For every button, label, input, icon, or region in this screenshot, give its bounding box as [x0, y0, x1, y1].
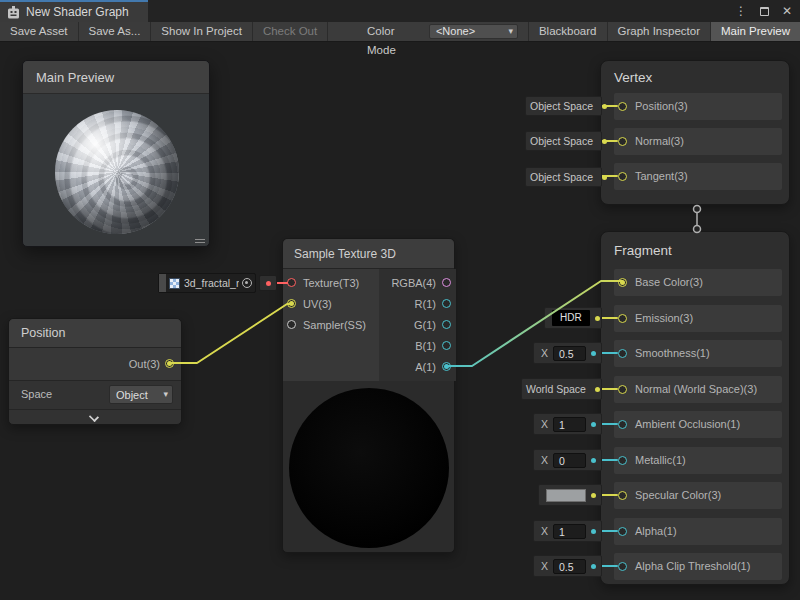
a-output-port[interactable] [442, 362, 451, 371]
texture-asset-field[interactable]: 3d_fractal_n [158, 273, 256, 293]
value-input[interactable]: 1 [553, 417, 586, 432]
chevron-down-icon: ▾ [163, 390, 172, 399]
fragment-node[interactable]: Fragment Base Color(3) Emission(3) Smoot… [600, 231, 790, 585]
collapse-bar[interactable] [9, 409, 181, 426]
node-title: Sample Texture 3D [294, 239, 396, 269]
input-label: Sampler(SS) [303, 319, 366, 331]
specular-color-port[interactable] [618, 491, 627, 500]
g-output-port[interactable] [442, 320, 451, 329]
edge-position-to-uv[interactable] [169, 304, 292, 363]
alpha-row[interactable]: Alpha(1) [614, 518, 782, 545]
specular-color-field[interactable] [538, 484, 602, 506]
check-out-button: Check Out [253, 22, 328, 41]
connector-stub [601, 494, 618, 496]
normal-world-space-port[interactable] [618, 385, 627, 394]
value-input[interactable]: 0.5 [553, 346, 586, 361]
alpha-clip-threshold-value-field[interactable]: X 0.5 [533, 555, 602, 577]
emission-hdr-field[interactable]: HDR [544, 307, 602, 329]
alpha-port[interactable] [618, 527, 627, 536]
menu-kebab-icon[interactable]: ⋮ [735, 5, 747, 17]
rgba-output-port[interactable] [442, 278, 451, 287]
vertex-tangent-port[interactable] [618, 172, 627, 181]
vertex-position-port[interactable] [618, 102, 627, 111]
port-dot-icon [595, 387, 600, 392]
color-mode-dropdown[interactable]: <None> ▾ [429, 24, 518, 39]
window-controls: ⋮ ✕ [735, 0, 792, 22]
metallic-port[interactable] [618, 456, 627, 465]
vertex-normal-row[interactable]: Normal(3) [614, 128, 782, 155]
metallic-value-field[interactable]: X 0 [533, 449, 602, 471]
save-asset-button[interactable]: Save Asset [0, 22, 79, 41]
color-swatch[interactable] [546, 489, 586, 502]
smoothness-value-field[interactable]: X 0.5 [533, 342, 602, 364]
ambient-occlusion-value-field[interactable]: X 1 [533, 413, 602, 435]
vertex-node-title: Vertex [614, 70, 652, 85]
slot-label: Ambient Occlusion(1) [635, 411, 740, 438]
tangent-space-pill[interactable]: Object Space [525, 167, 602, 187]
position-node[interactable]: Position Out(3) Space Object ▾ [8, 318, 182, 425]
out-port[interactable] [165, 359, 174, 368]
texture-port-dot-box [259, 275, 277, 291]
node-header[interactable]: Sample Texture 3D [283, 239, 454, 269]
texture-3d-icon [169, 278, 180, 289]
normal-world-space-row[interactable]: Normal (World Space)(3) [614, 376, 782, 403]
value-input[interactable]: 0 [553, 453, 586, 468]
uv-input-port[interactable] [287, 299, 296, 308]
slot-label: Smoothness(1) [635, 340, 710, 367]
close-icon[interactable]: ✕ [782, 5, 792, 17]
connector-stub [601, 530, 618, 532]
main-preview-button[interactable]: Main Preview [710, 22, 800, 41]
maximize-icon[interactable] [760, 7, 769, 16]
normal-space-pill[interactable]: Object Space [525, 131, 602, 151]
port-dot-icon [591, 458, 596, 463]
title-bar: New Shader Graph ⋮ ✕ [0, 0, 800, 22]
blackboard-button[interactable]: Blackboard [528, 22, 607, 41]
emission-port[interactable] [618, 314, 627, 323]
vertex-out-connector[interactable] [694, 206, 701, 213]
resize-grip-icon[interactable] [195, 239, 205, 243]
port-dot-icon [591, 422, 596, 427]
save-as-button[interactable]: Save As... [79, 22, 152, 41]
vertex-tangent-row[interactable]: Tangent(3) [614, 163, 782, 190]
port-dot-icon [602, 175, 607, 180]
show-in-project-button[interactable]: Show In Project [151, 22, 253, 41]
connector-stub [601, 423, 618, 425]
node-header[interactable]: Position [9, 319, 181, 348]
emission-row[interactable]: Emission(3) [614, 305, 782, 332]
value-input[interactable]: 1 [553, 524, 586, 539]
graph-inspector-button[interactable]: Graph Inspector [607, 22, 710, 41]
smoothness-row[interactable]: Smoothness(1) [614, 340, 782, 367]
ambient-occlusion-row[interactable]: Ambient Occlusion(1) [614, 411, 782, 438]
main-preview-panel[interactable]: Main Preview [22, 60, 210, 247]
alpha-value-field[interactable]: X 1 [533, 520, 602, 542]
space-dropdown[interactable]: Object ▾ [109, 385, 173, 404]
vertex-node[interactable]: Vertex Position(3) Normal(3) Tangent(3) … [600, 60, 790, 205]
object-picker-icon[interactable] [242, 278, 252, 288]
base-color-port[interactable] [618, 278, 627, 287]
hdr-badge[interactable]: HDR [552, 310, 590, 326]
value-input[interactable]: 0.5 [553, 559, 586, 574]
alpha-clip-threshold-row[interactable]: Alpha Clip Threshold(1) [614, 553, 782, 580]
normal-space-pill[interactable]: World Space [521, 378, 602, 400]
vertex-position-row[interactable]: Position(3) [614, 93, 782, 120]
smoothness-port[interactable] [618, 349, 627, 358]
slot-label: Position(3) [635, 93, 688, 120]
space-pill-label: Object Space [526, 135, 597, 147]
main-preview-header[interactable]: Main Preview [23, 61, 209, 94]
b-output-port[interactable] [442, 341, 451, 350]
base-color-row[interactable]: Base Color(3) [614, 269, 782, 296]
ambient-occlusion-port[interactable] [618, 420, 627, 429]
sampler-input-port[interactable] [287, 320, 296, 329]
space-pill-label: Object Space [526, 100, 597, 112]
chevron-down-icon: ▾ [508, 27, 517, 36]
slot-label: Tangent(3) [635, 163, 688, 190]
vertex-normal-port[interactable] [618, 137, 627, 146]
alpha-clip-threshold-port[interactable] [618, 562, 627, 571]
texture-input-port[interactable] [287, 278, 296, 287]
tab-new-shader-graph[interactable]: New Shader Graph [0, 0, 148, 22]
metallic-row[interactable]: Metallic(1) [614, 447, 782, 474]
specular-color-row[interactable]: Specular Color(3) [614, 482, 782, 509]
position-space-pill[interactable]: Object Space [525, 96, 602, 116]
r-output-port[interactable] [442, 299, 451, 308]
sample-texture-3d-node[interactable]: Sample Texture 3D Texture(T3) UV(3) Samp… [282, 238, 455, 553]
